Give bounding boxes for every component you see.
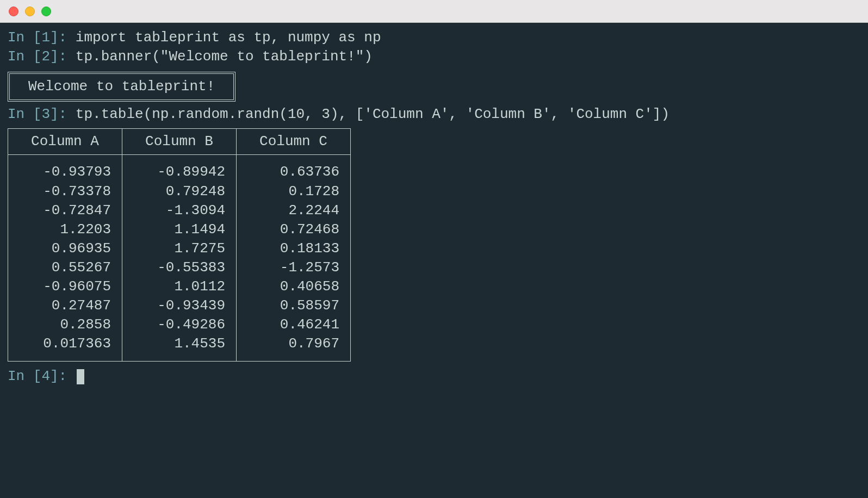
table-row: 0.27487-0.934390.58597: [8, 296, 351, 315]
table-cell: 0.7967: [237, 334, 351, 362]
table-cell: -1.3094: [122, 201, 237, 220]
prompt-line-1: In [1]: import tableprint as tp, numpy a…: [8, 28, 860, 47]
window-title-bar: [0, 0, 868, 23]
table-cell: 0.46241: [237, 315, 351, 334]
table-cell: 0.1728: [237, 182, 351, 201]
banner-text: Welcome to tableprint!: [12, 76, 231, 97]
table-cell: 1.0112: [122, 277, 237, 296]
table-row: 0.55267-0.55383-1.2573: [8, 258, 351, 277]
table-cell: 0.2858: [8, 315, 122, 334]
table-cell: 1.7275: [122, 239, 237, 258]
prompt-label-3: In [3]:: [8, 106, 76, 122]
table-cell: -0.93793: [8, 155, 122, 182]
prompt-line-2: In [2]: tp.banner("Welcome to tableprint…: [8, 47, 860, 66]
table-cell: -0.49286: [122, 315, 237, 334]
table-cell: -1.2573: [237, 258, 351, 277]
table-cell: 0.55267: [8, 258, 122, 277]
table-cell: -0.93439: [122, 296, 237, 315]
table-cell: -0.55383: [122, 258, 237, 277]
table-cell: 1.1494: [122, 220, 237, 239]
table-cell: 0.96935: [8, 239, 122, 258]
col-header-b: Column B: [122, 129, 237, 155]
minimize-icon[interactable]: [25, 7, 35, 16]
table-cell: 2.2244: [237, 201, 351, 220]
col-header-c: Column C: [237, 129, 351, 155]
close-icon[interactable]: [9, 7, 18, 16]
table-cell: 0.18133: [237, 239, 351, 258]
table-row: 0.2858-0.492860.46241: [8, 315, 351, 334]
table-cell: 0.017363: [8, 334, 122, 362]
code-line-3: tp.table(np.random.randn(10, 3), ['Colum…: [76, 106, 669, 122]
table-row: -0.93793-0.899420.63736: [8, 155, 351, 182]
prompt-line-4: In [4]:: [8, 367, 860, 386]
table-cell: -0.73378: [8, 182, 122, 201]
table-cell: 0.63736: [237, 155, 351, 182]
output-table: Column A Column B Column C -0.93793-0.89…: [8, 128, 351, 362]
code-line-1: import tableprint as tp, numpy as np: [76, 29, 381, 46]
prompt-label-4: In [4]:: [8, 368, 76, 384]
cursor-icon: [77, 369, 84, 384]
table-row: 0.0173631.45350.7967: [8, 334, 351, 362]
table-row: 1.22031.14940.72468: [8, 220, 351, 239]
table-cell: -0.89942: [122, 155, 237, 182]
table-cell: 1.2203: [8, 220, 122, 239]
table-cell: 0.79248: [122, 182, 237, 201]
maximize-icon[interactable]: [41, 7, 51, 16]
banner-output: Welcome to tableprint!: [8, 72, 235, 102]
table-header-row: Column A Column B Column C: [8, 129, 351, 155]
table-cell: 1.4535: [122, 334, 237, 362]
terminal-content[interactable]: In [1]: import tableprint as tp, numpy a…: [0, 23, 868, 397]
code-line-2: tp.banner("Welcome to tableprint!"): [76, 48, 373, 65]
table-cell: 0.58597: [237, 296, 351, 315]
table-cell: 0.27487: [8, 296, 122, 315]
col-header-a: Column A: [8, 129, 122, 155]
table-row: 0.969351.72750.18133: [8, 239, 351, 258]
table-row: -0.72847-1.30942.2244: [8, 201, 351, 220]
table-cell: 0.40658: [237, 277, 351, 296]
table-cell: 0.72468: [237, 220, 351, 239]
table-cell: -0.96075: [8, 277, 122, 296]
prompt-line-3: In [3]: tp.table(np.random.randn(10, 3),…: [8, 105, 860, 124]
prompt-label-2: In [2]:: [8, 48, 76, 65]
table-row: -0.960751.01120.40658: [8, 277, 351, 296]
table-cell: -0.72847: [8, 201, 122, 220]
prompt-label-1: In [1]:: [8, 29, 76, 46]
table-row: -0.733780.792480.1728: [8, 182, 351, 201]
table-body: -0.93793-0.899420.63736-0.733780.792480.…: [8, 155, 351, 362]
